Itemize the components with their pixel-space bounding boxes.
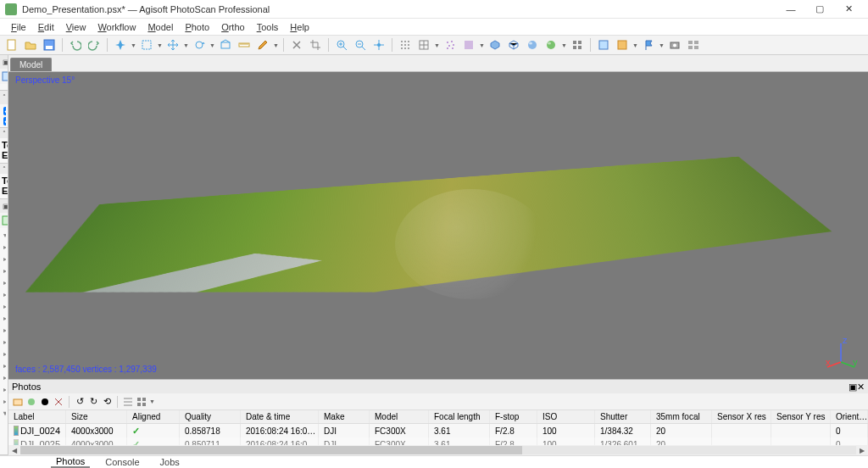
photos-panel-header[interactable]: Photos ▣ ✕ xyxy=(8,380,868,393)
mesh-model[interactable] xyxy=(9,153,863,315)
chevron-up-icon[interactable]: ˄ xyxy=(3,92,6,103)
dropdown-icon[interactable]: ▼ xyxy=(209,42,215,48)
dropdown-icon[interactable]: ▼ xyxy=(149,398,155,404)
dropdown-icon[interactable]: ▼ xyxy=(273,42,279,48)
grid-icon[interactable] xyxy=(415,36,432,53)
tree-item[interactable]: ▸▫ALL ( xyxy=(2,396,6,408)
rotate-icon[interactable] xyxy=(191,36,208,53)
tree-item[interactable]: ▸▫Kay_D xyxy=(2,325,6,337)
cameras-panel-header[interactable]: Cameras ˄ xyxy=(0,91,8,104)
camera-item[interactable]: 📷 DJI xyxy=(2,116,6,126)
tree-item[interactable]: ▸▫Verda xyxy=(2,301,6,313)
scalebars-panel-header[interactable]: Scale Bar… ˄ xyxy=(0,164,8,174)
zoom-in-icon[interactable] xyxy=(333,36,350,53)
scroll-thumb[interactable] xyxy=(20,446,522,454)
col-focal[interactable]: Focal length xyxy=(429,410,490,423)
tree-item[interactable]: ▸▫Cierv xyxy=(2,289,6,301)
ortho-icon[interactable] xyxy=(595,36,612,53)
menu-model[interactable]: Model xyxy=(142,21,179,33)
reset-icon[interactable]: ⟲ xyxy=(101,396,113,408)
tree-item-active[interactable]: ▾▫BCIT xyxy=(2,408,6,420)
save-icon[interactable] xyxy=(41,36,58,53)
disable-icon[interactable] xyxy=(39,396,51,408)
minimize-button[interactable]: — xyxy=(776,0,805,19)
cameras-icon[interactable] xyxy=(666,36,683,53)
col-iso[interactable]: ISO xyxy=(537,410,595,423)
region-icon[interactable] xyxy=(217,36,234,53)
col-shutter[interactable]: Shutter xyxy=(595,410,651,423)
tree-item[interactable]: ▸▫Tunst xyxy=(2,242,6,254)
densecloud-icon[interactable] xyxy=(460,36,477,53)
pencil-icon[interactable] xyxy=(254,36,271,53)
dropdown-icon[interactable]: ▼ xyxy=(157,42,163,48)
new-icon[interactable] xyxy=(3,36,20,53)
mesh-shaded-icon[interactable] xyxy=(524,36,541,53)
menu-file[interactable]: File xyxy=(5,21,32,33)
maximize-button[interactable]: ▢ xyxy=(805,0,834,19)
table-row[interactable]: DJI_0025 4000x3000 ✓ 0.850711 2016:08:24… xyxy=(8,437,868,445)
tree-root[interactable]: ▾🗀Workspa xyxy=(2,230,6,242)
scroll-right-icon[interactable]: ▶ xyxy=(856,445,868,455)
menu-edit[interactable]: Edit xyxy=(32,21,60,33)
float-icon[interactable]: ▣ xyxy=(3,201,8,211)
markers-panel-header[interactable]: Markers ˄ xyxy=(0,128,8,138)
dropdown-icon[interactable]: ▼ xyxy=(632,42,638,48)
dropdown-icon[interactable]: ▼ xyxy=(434,42,440,48)
float-icon[interactable]: ▣ xyxy=(3,57,8,67)
dem-icon[interactable] xyxy=(614,36,631,53)
delete-icon[interactable] xyxy=(288,36,305,53)
float-icon[interactable]: ▣ xyxy=(849,382,857,393)
tree-item[interactable]: ▸▫Cierv xyxy=(2,277,6,289)
rotate-left-icon[interactable]: ↺ xyxy=(74,396,86,408)
col-fstop[interactable]: F-stop xyxy=(490,410,537,423)
col-datetime[interactable]: Date & time xyxy=(241,410,319,423)
scroll-left-icon[interactable]: ◀ xyxy=(8,445,20,455)
mesh-textured-icon[interactable] xyxy=(542,36,559,53)
thumbnails-icon[interactable] xyxy=(685,36,702,53)
enable-icon[interactable] xyxy=(25,396,37,408)
col-size[interactable]: Size xyxy=(66,410,127,423)
details-view-icon[interactable] xyxy=(122,396,134,408)
tree-item[interactable]: ▸▫Merg xyxy=(2,384,6,396)
workspace-tree[interactable]: ▾🗀Workspa ▸▫Tunst ▸▫Tunst ▸▫Cierv ▸▫Cier… xyxy=(0,228,8,454)
dropdown-icon[interactable]: ▼ xyxy=(659,42,665,48)
col-35mm[interactable]: 35mm focal xyxy=(651,410,712,423)
dropdown-icon[interactable]: ▼ xyxy=(183,42,189,48)
camera-checkbox[interactable] xyxy=(3,117,6,125)
workspace-panel-header[interactable]: Work… ▣ ✕ xyxy=(0,199,8,213)
menu-ortho[interactable]: Ortho xyxy=(215,21,251,33)
undo-icon[interactable] xyxy=(67,36,84,53)
tab-model[interactable]: Model xyxy=(10,58,52,71)
close-button[interactable]: ✕ xyxy=(834,0,863,19)
menu-tools[interactable]: Tools xyxy=(251,21,285,33)
fit-icon[interactable] xyxy=(370,36,387,53)
tree-item[interactable]: ▸▫Strea xyxy=(2,348,6,360)
col-sensorx[interactable]: Sensor X res xyxy=(712,410,771,423)
col-orient[interactable]: Orient… xyxy=(831,410,868,423)
col-sensory[interactable]: Sensor Y res xyxy=(771,410,831,423)
open-icon[interactable] xyxy=(22,36,39,53)
zoom-out-icon[interactable] xyxy=(352,36,369,53)
marker-flag-icon[interactable] xyxy=(640,36,657,53)
tree-item[interactable]: ▸▫ALL ( xyxy=(2,360,6,372)
menu-help[interactable]: Help xyxy=(284,21,315,33)
camera-item[interactable]: 📷 DJI xyxy=(2,106,6,116)
navigate-icon[interactable] xyxy=(112,36,129,53)
dropdown-icon[interactable]: ▼ xyxy=(479,42,485,48)
thumbs-view-icon[interactable] xyxy=(136,396,147,408)
tree-item[interactable]: ▸▫Kay_D xyxy=(2,313,6,325)
import-icon[interactable] xyxy=(2,70,8,82)
reference-panel-header[interactable]: Refer… ▣ ✕ xyxy=(0,55,8,69)
3d-viewport[interactable]: Perspective 15° faces : 2,587,450 vertic… xyxy=(8,72,868,379)
tree-item[interactable]: ▸▫Cierv xyxy=(2,265,6,277)
col-quality[interactable]: Quality xyxy=(180,410,241,423)
add-chunk-icon[interactable] xyxy=(2,214,8,226)
move-icon[interactable] xyxy=(164,36,181,53)
crop-icon[interactable] xyxy=(307,36,324,53)
pointcloud-icon[interactable] xyxy=(442,36,459,53)
horizontal-scrollbar[interactable]: ◀ ▶ xyxy=(8,445,868,455)
dropdown-icon[interactable]: ▼ xyxy=(131,42,136,48)
delete-icon[interactable] xyxy=(53,396,64,408)
ruler-icon[interactable] xyxy=(236,36,253,53)
mesh-wire-icon[interactable] xyxy=(505,36,522,53)
